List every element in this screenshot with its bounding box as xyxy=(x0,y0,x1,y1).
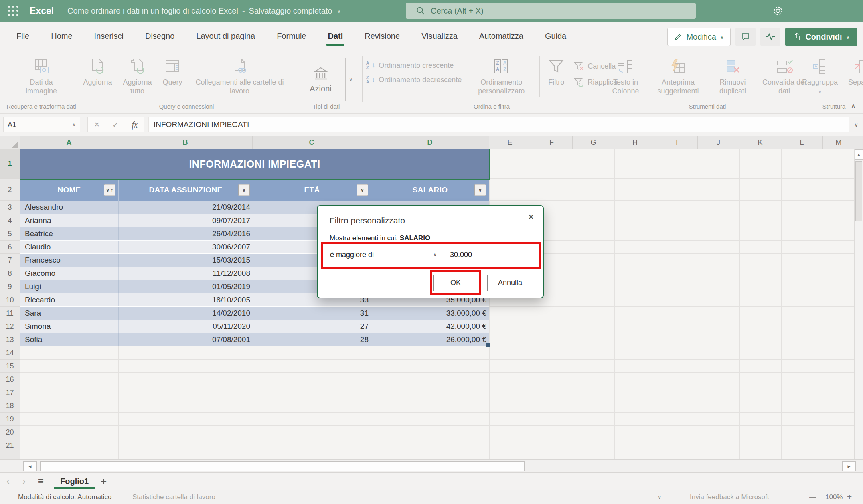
sheet-list-menu-icon[interactable]: ≡ xyxy=(32,476,50,487)
column-header-b[interactable]: B xyxy=(118,136,253,149)
cell-eta[interactable]: 27 xyxy=(253,320,371,333)
cell-nome[interactable]: Sofia xyxy=(20,333,118,346)
cell-data[interactable]: 07/08/2001 xyxy=(118,333,253,346)
filter-button-eta[interactable]: ∨ xyxy=(357,184,368,196)
cell-data[interactable]: 30/06/2007 xyxy=(118,241,253,253)
sort-descending-button[interactable]: ZA ↓ Ordinamento decrescente xyxy=(366,75,462,84)
cell-data[interactable]: 26/04/2016 xyxy=(118,227,253,240)
name-box[interactable]: A1 ∨ xyxy=(3,117,80,132)
calc-mode-status[interactable]: Modalità di calcolo: Automatico xyxy=(18,493,111,501)
gallery-chevron-button[interactable]: ∨ xyxy=(345,58,357,101)
tab-inserisci[interactable]: Inserisci xyxy=(83,28,134,47)
row-header-5[interactable]: 5 xyxy=(0,227,20,241)
share-button[interactable]: Condividi ∨ xyxy=(785,28,857,46)
workbook-links-button[interactable]: Collegamenti alle cartelle di lavoro xyxy=(187,55,292,101)
cell-eta[interactable]: 28 xyxy=(253,333,371,346)
workbook-stats-button[interactable]: Statistiche cartella di lavoro xyxy=(132,493,215,501)
cancel-button[interactable]: Annulla xyxy=(487,275,533,291)
queries-button[interactable]: Query xyxy=(160,55,185,101)
refresh-button[interactable]: Aggiorna xyxy=(81,55,114,101)
column-header-i[interactable]: I xyxy=(656,136,698,149)
row-header-2[interactable]: 2 xyxy=(0,179,20,201)
activity-button[interactable] xyxy=(760,28,780,46)
edit-mode-button[interactable]: Modifica ∨ xyxy=(667,28,731,46)
row-header-12[interactable]: 12 xyxy=(0,320,20,333)
cell-data[interactable]: 11/12/2008 xyxy=(118,267,253,280)
cell-salario[interactable]: 33.000,00 € xyxy=(371,307,489,320)
expand-formula-bar-icon[interactable]: ∨ xyxy=(849,122,863,128)
zoom-out-icon[interactable]: — xyxy=(809,493,816,501)
column-header-e[interactable]: E xyxy=(489,136,531,149)
column-header-m[interactable]: M xyxy=(823,136,854,149)
add-sheet-icon[interactable]: + xyxy=(101,475,107,488)
ungroup-button[interactable]: Separa xyxy=(846,55,863,101)
cell-data[interactable]: 14/02/2010 xyxy=(118,307,253,320)
row-header-13[interactable]: 13 xyxy=(0,333,20,346)
cell-nome[interactable]: Francesco xyxy=(20,254,118,267)
confirm-entry-icon[interactable]: ✓ xyxy=(112,120,119,130)
cell-nome[interactable]: Riccardo xyxy=(20,293,118,306)
sort-ascending-button[interactable]: AZ ↓ Ordinamento crescente xyxy=(366,61,462,70)
row-header-16[interactable]: 16 xyxy=(0,373,20,386)
data-from-picture-button[interactable]: Dati da immagine xyxy=(17,55,66,101)
column-header-h[interactable]: H xyxy=(614,136,656,149)
row-header-4[interactable]: 4 xyxy=(0,214,20,227)
vertical-scrollbar[interactable]: ▲ xyxy=(854,149,863,459)
ok-button[interactable]: OK xyxy=(433,275,478,291)
cell-data[interactable]: 09/07/2017 xyxy=(118,214,253,227)
filter-value-input[interactable] xyxy=(446,247,533,262)
feedback-link[interactable]: Invia feedback a Microsoft xyxy=(690,493,769,501)
column-header-f[interactable]: F xyxy=(531,136,573,149)
table-header-nome[interactable]: NOME ∨ ↑ xyxy=(20,179,118,201)
cell-nome[interactable]: Luigi xyxy=(20,280,118,293)
cell-data[interactable]: 05/11/2020 xyxy=(118,320,253,333)
settings-button[interactable] xyxy=(772,5,786,17)
cancel-entry-icon[interactable]: × xyxy=(94,119,99,130)
app-launcher-icon[interactable] xyxy=(7,5,19,17)
cell-nome[interactable]: Giacomo xyxy=(20,267,118,280)
cell-nome[interactable]: Arianna xyxy=(20,214,118,227)
column-header-d[interactable]: D xyxy=(371,136,489,149)
operator-dropdown[interactable]: è maggiore di ∨ xyxy=(326,247,441,262)
tab-file[interactable]: File xyxy=(6,28,40,47)
cell-nome[interactable]: Simona xyxy=(20,320,118,333)
cell-nome[interactable]: Sara xyxy=(20,307,118,320)
table-header-salario[interactable]: SALARIO ∨ xyxy=(371,179,489,201)
column-header-j[interactable]: J xyxy=(698,136,739,149)
dialog-close-icon[interactable]: × xyxy=(528,212,534,223)
search-box[interactable] xyxy=(406,3,696,19)
chevron-down-icon[interactable]: ∨ xyxy=(337,8,341,14)
actions-data-type-button[interactable]: Azioni xyxy=(296,58,345,101)
scroll-left-button[interactable]: ◀ xyxy=(23,461,37,471)
row-header-20[interactable]: 20 xyxy=(0,426,20,439)
sheet-tab-foglio1[interactable]: Foglio1 xyxy=(55,473,93,490)
tab-guida[interactable]: Guida xyxy=(534,28,577,47)
cell-nome[interactable]: Beatrice xyxy=(20,227,118,240)
comments-button[interactable] xyxy=(735,28,756,46)
row-header-11[interactable]: 11 xyxy=(0,307,20,320)
cell-nome[interactable]: Claudio xyxy=(20,241,118,253)
column-header-g[interactable]: G xyxy=(573,136,614,149)
grid-body[interactable]: INFORMAZIONI IMPIEGATI NOME ∨ ↑ DATA ASS… xyxy=(20,149,854,459)
document-title[interactable]: Come ordinare i dati in un foglio di cal… xyxy=(67,6,341,16)
tab-automatizza[interactable]: Automatizza xyxy=(468,28,534,47)
custom-sort-button[interactable]: Z A A Z Ordinamento personalizzato xyxy=(469,55,534,101)
table-title-cell[interactable]: INFORMAZIONI IMPIEGATI xyxy=(20,149,489,179)
select-all-corner[interactable] xyxy=(0,136,20,149)
flash-fill-button[interactable]: Anteprima suggerimenti xyxy=(649,55,708,101)
search-input[interactable] xyxy=(431,6,671,16)
tab-formule[interactable]: Formule xyxy=(266,28,317,47)
row-header-21[interactable]: 21 xyxy=(0,439,20,452)
collapse-ribbon-icon[interactable]: ∧ xyxy=(851,102,856,110)
row-header-1[interactable]: 1 xyxy=(0,149,20,179)
row-header-15[interactable]: 15 xyxy=(0,360,20,373)
text-to-columns-button[interactable]: Testo in Colonne xyxy=(604,55,647,101)
prev-sheet-icon[interactable]: ‹ xyxy=(0,476,16,487)
column-header-c[interactable]: C xyxy=(253,136,371,149)
column-header-l[interactable]: L xyxy=(781,136,823,149)
cell-nome[interactable]: Alessandro xyxy=(20,201,118,214)
horizontal-scrollbar[interactable]: ◀ ▶ xyxy=(0,459,863,473)
cell-data[interactable]: 21/09/2014 xyxy=(118,201,253,214)
cell-data[interactable]: 18/10/2005 xyxy=(118,293,253,306)
row-header-9[interactable]: 9 xyxy=(0,280,20,293)
